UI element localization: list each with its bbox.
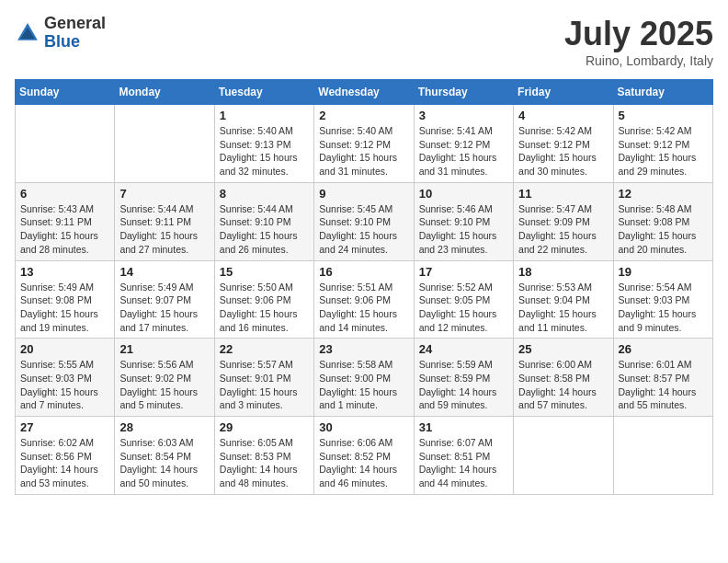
calendar-cell: 16Sunrise: 5:51 AM Sunset: 9:06 PM Dayli… [314, 260, 414, 339]
day-detail: Sunrise: 5:40 AM Sunset: 9:13 PM Dayligh… [220, 124, 309, 178]
day-number: 25 [518, 342, 608, 356]
calendar-cell [115, 105, 214, 183]
day-number: 19 [619, 265, 708, 279]
logo: General Blue [15, 15, 106, 52]
calendar-cell [514, 417, 613, 495]
day-number: 29 [220, 420, 309, 434]
day-number: 28 [119, 420, 209, 434]
day-detail: Sunrise: 5:45 AM Sunset: 9:10 PM Dayligh… [319, 202, 408, 257]
day-number: 2 [319, 109, 408, 122]
weekday-header: Sunday [16, 80, 115, 105]
day-number: 12 [619, 187, 708, 201]
calendar-cell: 24Sunrise: 5:59 AM Sunset: 8:59 PM Dayli… [414, 339, 513, 417]
day-number: 20 [20, 342, 109, 356]
day-detail: Sunrise: 6:07 AM Sunset: 8:51 PM Dayligh… [419, 436, 508, 490]
day-detail: Sunrise: 5:59 AM Sunset: 8:59 PM Dayligh… [419, 358, 508, 412]
calendar-cell: 22Sunrise: 5:57 AM Sunset: 9:01 PM Dayli… [214, 339, 313, 417]
calendar-cell: 9Sunrise: 5:45 AM Sunset: 9:10 PM Daylig… [314, 182, 414, 260]
day-detail: Sunrise: 5:49 AM Sunset: 9:08 PM Dayligh… [20, 281, 109, 335]
calendar-cell: 27Sunrise: 6:02 AM Sunset: 8:56 PM Dayli… [16, 417, 115, 495]
calendar-cell: 15Sunrise: 5:50 AM Sunset: 9:06 PM Dayli… [214, 260, 313, 339]
day-detail: Sunrise: 6:06 AM Sunset: 8:52 PM Dayligh… [319, 436, 408, 490]
day-number: 30 [319, 420, 408, 434]
day-number: 10 [419, 187, 508, 201]
calendar-cell: 8Sunrise: 5:44 AM Sunset: 9:10 PM Daylig… [214, 182, 313, 260]
calendar-table: SundayMondayTuesdayWednesdayThursdayFrid… [15, 79, 713, 495]
calendar-cell: 1Sunrise: 5:40 AM Sunset: 9:13 PM Daylig… [214, 105, 313, 183]
day-detail: Sunrise: 5:55 AM Sunset: 9:03 PM Dayligh… [20, 358, 109, 412]
weekday-header: Tuesday [214, 80, 313, 105]
day-number: 7 [119, 187, 209, 201]
calendar-cell [613, 417, 712, 495]
calendar-cell: 19Sunrise: 5:54 AM Sunset: 9:03 PM Dayli… [613, 260, 712, 339]
day-detail: Sunrise: 5:58 AM Sunset: 9:00 PM Dayligh… [319, 358, 408, 412]
day-number: 1 [220, 109, 309, 122]
day-number: 22 [220, 342, 309, 356]
calendar-cell: 30Sunrise: 6:06 AM Sunset: 8:52 PM Dayli… [314, 417, 414, 495]
weekday-header: Monday [115, 80, 214, 105]
day-detail: Sunrise: 5:40 AM Sunset: 9:12 PM Dayligh… [319, 124, 408, 178]
day-detail: Sunrise: 5:42 AM Sunset: 9:12 PM Dayligh… [518, 124, 608, 178]
title-block: July 2025 Ruino, Lombardy, Italy [564, 15, 713, 68]
day-number: 6 [20, 187, 109, 201]
day-detail: Sunrise: 5:51 AM Sunset: 9:06 PM Dayligh… [319, 281, 408, 335]
day-detail: Sunrise: 5:48 AM Sunset: 9:08 PM Dayligh… [619, 202, 708, 257]
calendar-cell: 4Sunrise: 5:42 AM Sunset: 9:12 PM Daylig… [514, 105, 613, 183]
weekday-header: Friday [514, 80, 613, 105]
day-number: 16 [319, 265, 408, 279]
day-number: 9 [319, 187, 408, 201]
location: Ruino, Lombardy, Italy [564, 53, 713, 68]
calendar-cell: 13Sunrise: 5:49 AM Sunset: 9:08 PM Dayli… [16, 260, 115, 339]
calendar-cell: 3Sunrise: 5:41 AM Sunset: 9:12 PM Daylig… [414, 105, 513, 183]
page-header: General Blue July 2025 Ruino, Lombardy, … [15, 15, 713, 68]
day-detail: Sunrise: 5:50 AM Sunset: 9:06 PM Dayligh… [220, 281, 309, 335]
day-number: 3 [419, 109, 508, 122]
day-detail: Sunrise: 5:42 AM Sunset: 9:12 PM Dayligh… [619, 124, 708, 178]
day-detail: Sunrise: 5:53 AM Sunset: 9:04 PM Dayligh… [518, 281, 608, 335]
day-number: 24 [419, 342, 508, 356]
day-detail: Sunrise: 5:57 AM Sunset: 9:01 PM Dayligh… [220, 358, 309, 412]
day-detail: Sunrise: 6:01 AM Sunset: 8:57 PM Dayligh… [619, 358, 708, 412]
day-detail: Sunrise: 5:46 AM Sunset: 9:10 PM Dayligh… [419, 202, 508, 257]
day-detail: Sunrise: 5:49 AM Sunset: 9:07 PM Dayligh… [119, 281, 209, 335]
day-detail: Sunrise: 6:00 AM Sunset: 8:58 PM Dayligh… [518, 358, 608, 412]
weekday-header: Saturday [613, 80, 712, 105]
day-number: 31 [419, 420, 508, 434]
calendar-cell: 10Sunrise: 5:46 AM Sunset: 9:10 PM Dayli… [414, 182, 513, 260]
day-number: 17 [419, 265, 508, 279]
calendar-cell: 7Sunrise: 5:44 AM Sunset: 9:11 PM Daylig… [115, 182, 214, 260]
day-detail: Sunrise: 6:02 AM Sunset: 8:56 PM Dayligh… [20, 436, 109, 490]
calendar-cell: 26Sunrise: 6:01 AM Sunset: 8:57 PM Dayli… [613, 339, 712, 417]
day-number: 21 [119, 342, 209, 356]
calendar-cell: 6Sunrise: 5:43 AM Sunset: 9:11 PM Daylig… [16, 182, 115, 260]
month-title: July 2025 [564, 15, 713, 53]
day-number: 18 [518, 265, 608, 279]
day-detail: Sunrise: 5:44 AM Sunset: 9:11 PM Dayligh… [119, 202, 209, 257]
calendar-cell: 2Sunrise: 5:40 AM Sunset: 9:12 PM Daylig… [314, 105, 414, 183]
calendar-cell: 20Sunrise: 5:55 AM Sunset: 9:03 PM Dayli… [16, 339, 115, 417]
calendar-cell: 31Sunrise: 6:07 AM Sunset: 8:51 PM Dayli… [414, 417, 513, 495]
day-detail: Sunrise: 5:41 AM Sunset: 9:12 PM Dayligh… [419, 124, 508, 178]
calendar-cell: 11Sunrise: 5:47 AM Sunset: 9:09 PM Dayli… [514, 182, 613, 260]
day-number: 13 [20, 265, 109, 279]
day-number: 26 [619, 342, 708, 356]
day-detail: Sunrise: 5:43 AM Sunset: 9:11 PM Dayligh… [20, 202, 109, 257]
logo-icon [15, 20, 40, 46]
calendar-cell: 12Sunrise: 5:48 AM Sunset: 9:08 PM Dayli… [613, 182, 712, 260]
day-detail: Sunrise: 6:05 AM Sunset: 8:53 PM Dayligh… [220, 436, 309, 490]
day-number: 23 [319, 342, 408, 356]
day-number: 11 [518, 187, 608, 201]
calendar-cell: 28Sunrise: 6:03 AM Sunset: 8:54 PM Dayli… [115, 417, 214, 495]
weekday-header: Wednesday [314, 80, 414, 105]
day-detail: Sunrise: 5:54 AM Sunset: 9:03 PM Dayligh… [619, 281, 708, 335]
day-number: 27 [20, 420, 109, 434]
calendar-cell: 25Sunrise: 6:00 AM Sunset: 8:58 PM Dayli… [514, 339, 613, 417]
calendar-cell: 5Sunrise: 5:42 AM Sunset: 9:12 PM Daylig… [613, 105, 712, 183]
day-detail: Sunrise: 5:44 AM Sunset: 9:10 PM Dayligh… [220, 202, 309, 257]
calendar-cell: 21Sunrise: 5:56 AM Sunset: 9:02 PM Dayli… [115, 339, 214, 417]
logo-text: General Blue [44, 15, 106, 52]
day-detail: Sunrise: 5:56 AM Sunset: 9:02 PM Dayligh… [119, 358, 209, 412]
day-number: 14 [119, 265, 209, 279]
day-detail: Sunrise: 5:52 AM Sunset: 9:05 PM Dayligh… [419, 281, 508, 335]
day-number: 8 [220, 187, 309, 201]
